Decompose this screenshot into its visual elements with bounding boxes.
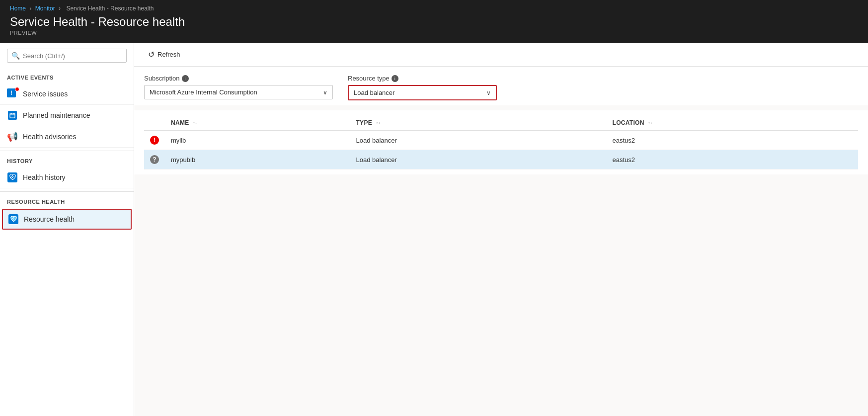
sidebar-item-service-issues-label: Service issues: [23, 90, 68, 98]
megaphone-icon: 📢: [7, 131, 18, 142]
sidebar-item-health-advisories[interactable]: 📢 Health advisories: [0, 126, 134, 148]
resource-type-filter-group: Resource type i Load balancer ∨: [348, 75, 497, 100]
status-col-header: [144, 115, 165, 131]
breadcrumb-current: Service Health - Resource health: [66, 5, 154, 12]
sidebar: 🔍 ACTIVE EVENTS Service issues: [0, 43, 134, 416]
subscription-label: Subscription i: [144, 75, 333, 82]
name-sort-icon[interactable]: ↑↓: [193, 121, 197, 125]
unknown-status-icon: ?: [150, 155, 159, 164]
breadcrumb: Home › Monitor › Service Health - Resour…: [10, 5, 858, 12]
row1-type-cell: Load balancer: [350, 131, 606, 150]
resource-type-label: Resource type i: [348, 75, 497, 82]
subscription-dropdown[interactable]: Microsoft Azure Internal Consumption ∨: [144, 85, 333, 99]
sidebar-divider-resource: [0, 191, 134, 192]
sidebar-item-resource-health-label: Resource health: [24, 215, 75, 223]
content-area: ↺ Refresh Subscription i Microsoft Azure…: [134, 43, 868, 416]
search-input[interactable]: [23, 52, 122, 60]
resource-type-info-icon[interactable]: i: [392, 75, 398, 82]
type-col-header[interactable]: TYPE ↑↓: [350, 115, 606, 131]
service-issues-icon: [7, 88, 18, 99]
row1-location-cell: eastus2: [607, 131, 858, 150]
table-container: NAME ↑↓ TYPE ↑↓ LOCATION ↑↓: [134, 110, 868, 174]
subscription-value: Microsoft Azure Internal Consumption: [150, 88, 257, 96]
chevron-down-icon-2: ∨: [486, 89, 491, 96]
table-header: NAME ↑↓ TYPE ↑↓ LOCATION ↑↓: [144, 115, 858, 131]
chevron-down-icon: ∨: [323, 89, 327, 96]
sidebar-item-service-issues[interactable]: Service issues: [0, 83, 134, 105]
sidebar-item-planned-maintenance[interactable]: Planned maintenance: [0, 105, 134, 126]
row1-status-cell: !: [144, 131, 165, 150]
row2-status-cell: ?: [144, 150, 165, 169]
page-title: Service Health - Resource health: [10, 15, 858, 29]
table-row[interactable]: ! myilb Load balancer eastus2: [144, 131, 858, 150]
svg-rect-0: [10, 113, 15, 118]
sidebar-item-health-advisories-label: Health advisories: [23, 133, 76, 141]
search-box[interactable]: 🔍: [7, 49, 127, 63]
toolbar: ↺ Refresh: [134, 43, 868, 67]
calendar-icon: [7, 110, 18, 121]
sidebar-section-history: HISTORY: [0, 154, 134, 167]
resource-type-dropdown[interactable]: Load balancer ∨: [348, 85, 497, 100]
refresh-label: Refresh: [158, 51, 180, 58]
sidebar-item-health-history-label: Health history: [23, 173, 66, 181]
row2-name-cell[interactable]: mypublb: [165, 150, 350, 169]
table-row[interactable]: ? mypublb Load balancer eastus2: [144, 150, 858, 169]
sidebar-section-resource-health: RESOURCE HEALTH: [0, 195, 134, 208]
subscription-info-icon[interactable]: i: [182, 75, 189, 82]
error-status-icon: !: [150, 136, 159, 145]
main-container: 🔍 ACTIVE EVENTS Service issues: [0, 43, 868, 416]
sidebar-item-resource-health[interactable]: Resource health: [2, 209, 132, 230]
location-sort-icon[interactable]: ↑↓: [648, 121, 652, 125]
sidebar-item-health-history[interactable]: Health history: [0, 167, 134, 188]
row2-type-cell: Load balancer: [350, 150, 606, 169]
search-icon: 🔍: [11, 52, 20, 60]
breadcrumb-home[interactable]: Home: [10, 5, 26, 12]
resource-health-icon: [8, 214, 19, 225]
breadcrumb-monitor[interactable]: Monitor: [35, 5, 55, 12]
row1-name-cell[interactable]: myilb: [165, 131, 350, 150]
row2-location-cell: eastus2: [607, 150, 858, 169]
sidebar-item-planned-maintenance-label: Planned maintenance: [23, 111, 90, 119]
refresh-button[interactable]: ↺ Refresh: [144, 48, 184, 61]
heart-history-icon: [7, 172, 18, 183]
location-col-header[interactable]: LOCATION ↑↓: [607, 115, 858, 131]
table-body: ! myilb Load balancer eastus2 ? mypublb …: [144, 131, 858, 169]
subscription-filter-group: Subscription i Microsoft Azure Internal …: [144, 75, 333, 99]
filters-row: Subscription i Microsoft Azure Internal …: [134, 67, 868, 105]
sidebar-divider-history: [0, 151, 134, 151]
page-header: Home › Monitor › Service Health - Resour…: [0, 0, 868, 43]
resources-table: NAME ↑↓ TYPE ↑↓ LOCATION ↑↓: [144, 115, 858, 169]
name-col-header[interactable]: NAME ↑↓: [165, 115, 350, 131]
page-subtitle: PREVIEW: [10, 30, 858, 36]
refresh-icon: ↺: [148, 50, 155, 59]
resource-type-value: Load balancer: [354, 89, 395, 96]
sidebar-section-active-events: ACTIVE EVENTS: [0, 71, 134, 83]
type-sort-icon[interactable]: ↑↓: [376, 121, 381, 125]
